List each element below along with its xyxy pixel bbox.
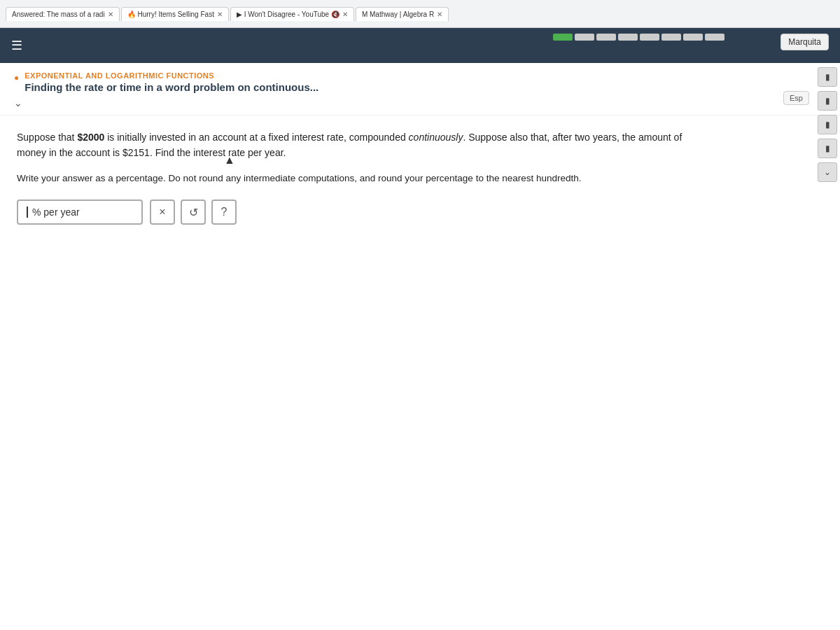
tab-radio-label: Answered: The mass of a radi bbox=[12, 10, 105, 18]
tab-youtube-label: ▶ I Won't Disagree - YouTube 🔇 bbox=[237, 10, 340, 18]
progress-segment-5 bbox=[640, 34, 659, 41]
tab-youtube[interactable]: ▶ I Won't Disagree - YouTube 🔇 ✕ bbox=[230, 7, 354, 21]
tab-mathway-label: M Mathway | Algebra R bbox=[362, 10, 434, 18]
answer-area: % per year × ↺ ? bbox=[17, 200, 823, 225]
text-cursor bbox=[27, 206, 28, 218]
progress-segment-4 bbox=[618, 34, 638, 41]
progress-bar bbox=[553, 34, 724, 41]
orange-dot-icon: ● bbox=[14, 73, 19, 83]
answer-input-container[interactable]: % per year bbox=[17, 200, 143, 225]
right-icon-3[interactable]: ▮ bbox=[818, 115, 837, 134]
progress-segment-1 bbox=[553, 34, 573, 41]
clear-button[interactable]: × bbox=[150, 200, 175, 225]
right-icon-4[interactable]: ▮ bbox=[818, 139, 837, 158]
tab-radio[interactable]: Answered: The mass of a radi ✕ bbox=[6, 7, 120, 21]
progress-segment-7 bbox=[683, 34, 703, 41]
progress-segment-6 bbox=[662, 34, 681, 41]
tab-hurry-label: 🔥 Hurry! Items Selling Fast bbox=[127, 10, 214, 18]
right-icon-1[interactable]: ▮ bbox=[818, 67, 837, 87]
section-title: Finding the rate or time in a word probl… bbox=[24, 81, 318, 93]
chevron-down-icon[interactable]: ⌄ bbox=[14, 97, 22, 108]
instruction-text: Write your answer as a percentage. Do no… bbox=[17, 171, 647, 186]
tab-youtube-close[interactable]: ✕ bbox=[342, 10, 348, 18]
tab-radio-close[interactable]: ✕ bbox=[108, 10, 113, 18]
problem-text-line2: money in the account is $2151. Find the … bbox=[17, 145, 752, 160]
continuously-italic: continuously bbox=[409, 132, 463, 143]
section-label: EXPONENTIAL AND LOGARITHMIC FUNCTIONS bbox=[24, 71, 318, 80]
help-button[interactable]: ? bbox=[211, 200, 237, 225]
user-badge[interactable]: Marquita bbox=[780, 34, 829, 50]
browser-bar: Answered: The mass of a radi ✕ 🔥 Hurry! … bbox=[0, 0, 840, 28]
hamburger-icon[interactable]: ☰ bbox=[11, 38, 22, 53]
problem-text-line1: Suppose that $2000 is initially invested… bbox=[17, 130, 752, 145]
refresh-button[interactable]: ↺ bbox=[181, 200, 206, 225]
percent-unit-label: % per year bbox=[32, 206, 80, 218]
right-icon-2[interactable]: ▮ bbox=[818, 91, 837, 111]
main-content: ☰ Marquita ● EXPONENTIAL AND LOGARITHMIC… bbox=[0, 28, 840, 630]
amount-bold: $2000 bbox=[77, 132, 104, 143]
progress-segment-8 bbox=[705, 34, 724, 41]
tab-hurry-close[interactable]: ✕ bbox=[217, 10, 223, 18]
action-buttons: × ↺ ? bbox=[150, 200, 237, 225]
progress-segment-3 bbox=[596, 34, 616, 41]
right-panel: ▮ ▮ ▮ ▮ ⌄ bbox=[815, 63, 840, 186]
tab-mathway-close[interactable]: ✕ bbox=[437, 10, 442, 18]
esp-badge[interactable]: Esp bbox=[783, 91, 809, 105]
problem-area: Esp Suppose that $2000 is initially inve… bbox=[0, 115, 840, 630]
right-icon-5[interactable]: ⌄ bbox=[818, 162, 837, 182]
progress-segment-2 bbox=[575, 34, 594, 41]
tab-hurry[interactable]: 🔥 Hurry! Items Selling Fast ✕ bbox=[121, 7, 229, 21]
tab-strip: Answered: The mass of a radi ✕ 🔥 Hurry! … bbox=[6, 7, 834, 21]
section-header: ● EXPONENTIAL AND LOGARITHMIC FUNCTIONS … bbox=[0, 63, 840, 115]
tab-mathway[interactable]: M Mathway | Algebra R ✕ bbox=[356, 7, 449, 21]
nav-bar: ☰ Marquita bbox=[0, 28, 840, 63]
